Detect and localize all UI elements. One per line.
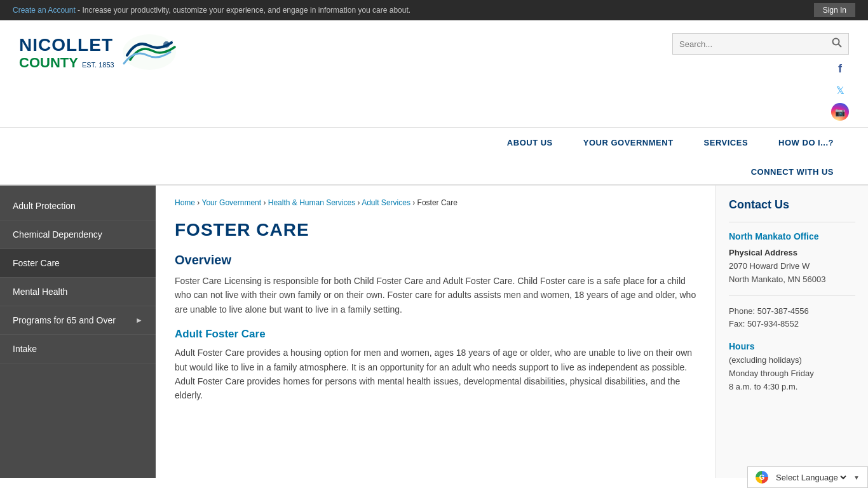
logo-icon [121, 33, 178, 73]
divider [729, 222, 855, 222]
hours-line1: (excluding holidays) [729, 354, 855, 367]
sidebar-label-chemical-dependency: Chemical Dependency [13, 229, 102, 240]
logo-area: NICOLLET COUNTY EST. 1853 [19, 33, 178, 73]
sidebar-item-chemical-dependency[interactable]: Chemical Dependency [0, 220, 156, 249]
breadcrumb-sep4: › [412, 198, 417, 207]
sidebar-label-adult-protection: Adult Protection [13, 201, 76, 211]
breadcrumb-home[interactable]: Home [175, 198, 195, 207]
sidebar-label-mental-health: Mental Health [13, 287, 67, 297]
connect-nav: CONNECT WITH US [0, 159, 868, 186]
create-account-link[interactable]: Create an Account [13, 6, 76, 15]
content-wrapper: Adult Protection Chemical Dependency Fos… [0, 186, 868, 478]
sidebar-label-intake: Intake [13, 344, 37, 354]
google-g-icon: G [756, 471, 768, 478]
footer-language-bar: G Select Language ▼ [747, 466, 868, 478]
contact-fax: Fax: 507-934-8552 [729, 318, 855, 331]
search-input[interactable] [673, 36, 825, 53]
contact-address1: 2070 Howard Drive W [729, 260, 855, 273]
instagram-icon[interactable]: 📷 [831, 103, 849, 121]
sidebar: Adult Protection Chemical Dependency Fos… [0, 186, 156, 478]
logo-county: COUNTY [19, 55, 78, 71]
contact-office-name: North Mankato Office [729, 231, 855, 241]
sidebar-label-programs-65: Programs for 65 and Over [13, 315, 116, 325]
sidebar-item-programs-65[interactable]: Programs for 65 and Over ► [0, 306, 156, 335]
breadcrumb-health-human[interactable]: Health & Human Services [268, 198, 355, 207]
sidebar-label-foster-care: Foster Care [13, 258, 60, 268]
main-content: Home › Your Government › Health & Human … [156, 186, 715, 478]
svg-point-2 [833, 39, 839, 45]
breadcrumb-adult-services[interactable]: Adult Services [362, 198, 410, 207]
main-nav: ABOUT US YOUR GOVERNMENT SERVICES HOW DO… [0, 127, 868, 159]
search-button[interactable] [825, 34, 848, 54]
sidebar-item-foster-care[interactable]: Foster Care [0, 249, 156, 278]
overview-title: Overview [175, 253, 696, 268]
logo-text: NICOLLET COUNTY EST. 1853 [19, 36, 114, 71]
sidebar-item-intake[interactable]: Intake [0, 335, 156, 363]
contact-sidebar: Contact Us North Mankato Office Physical… [715, 186, 868, 478]
top-bar: Create an Account - Increase your produc… [0, 0, 868, 20]
facebook-icon[interactable]: f [831, 60, 849, 78]
top-bar-message: Create an Account - Increase your produc… [13, 6, 410, 15]
nav-about-us[interactable]: ABOUT US [492, 128, 568, 159]
dropdown-arrow-icon: ▼ [853, 474, 860, 478]
adult-foster-title: Adult Foster Care [175, 328, 696, 341]
contact-title: Contact Us [729, 198, 855, 212]
fax-label: Fax: [729, 319, 745, 329]
twitter-icon[interactable]: 𝕏 [831, 81, 849, 99]
hours-line3: 8 a.m. to 4:30 p.m. [729, 381, 855, 394]
adult-foster-text: Adult Foster Care provides a housing opt… [175, 346, 696, 403]
social-icons: f 𝕏 📷 [831, 60, 849, 121]
svg-line-3 [839, 44, 842, 48]
language-select[interactable]: Select Language [773, 472, 848, 478]
nav-items: ABOUT US YOUR GOVERNMENT SERVICES HOW DO… [19, 128, 849, 159]
breadcrumb-your-government[interactable]: Your Government [201, 198, 261, 207]
search-bar [672, 33, 849, 55]
fax-number: 507-934-8552 [747, 319, 799, 329]
phone-label: Phone: [729, 306, 755, 316]
logo-nicollet: NICOLLET [19, 36, 114, 55]
divider2 [729, 295, 855, 296]
phone-number: 507-387-4556 [757, 306, 809, 316]
logo-est: EST. 1853 [82, 61, 114, 69]
nav-connect-with-us[interactable]: CONNECT WITH US [736, 159, 849, 184]
chevron-right-icon: ► [135, 316, 143, 325]
contact-phone: Phone: 507-387-4556 [729, 305, 855, 318]
contact-address2: North Mankato, MN 56003 [729, 273, 855, 287]
breadcrumb-sep2: › [263, 198, 268, 207]
hours-line2: Monday through Friday [729, 367, 855, 381]
sidebar-item-adult-protection[interactable]: Adult Protection [0, 192, 156, 220]
breadcrumb: Home › Your Government › Health & Human … [175, 198, 696, 207]
hours-label: Hours [729, 341, 855, 351]
header-right: f 𝕏 📷 [672, 33, 849, 121]
sign-in-button[interactable]: Sign In [814, 3, 855, 17]
contact-physical-label: Physical Address [729, 248, 855, 257]
sidebar-item-mental-health[interactable]: Mental Health [0, 278, 156, 306]
header: NICOLLET COUNTY EST. 1853 [0, 20, 868, 127]
nav-how-do-i[interactable]: HOW DO I...? [763, 128, 849, 159]
nav-services[interactable]: SERVICES [689, 128, 764, 159]
overview-text: Foster Care Licensing is responsible for… [175, 274, 696, 316]
page-title: FOSTER CARE [175, 220, 696, 240]
nav-your-government[interactable]: YOUR GOVERNMENT [568, 128, 689, 159]
breadcrumb-foster-care: Foster Care [417, 198, 458, 207]
